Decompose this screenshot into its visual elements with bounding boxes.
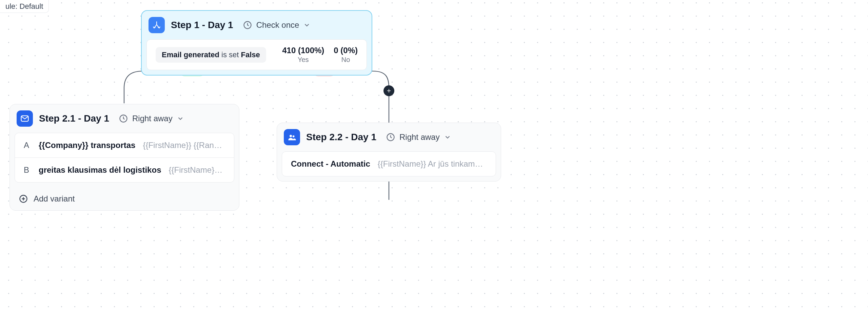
step22-preview: {{FirstName}} Ar jūs tinkamus žmogus apt… [378, 159, 487, 169]
stat-no: 0 (0%) No [334, 46, 358, 64]
stat-no-value: 0 (0%) [334, 46, 358, 55]
condition-op: is set [221, 50, 239, 59]
step1-title: Step 1 - Day 1 [171, 20, 233, 30]
condition-field: Email generated [162, 50, 219, 59]
people-icon [284, 129, 300, 145]
step21-header: Step 2.1 - Day 1 Right away [10, 104, 239, 133]
stat-yes: 410 (100%) Yes [282, 46, 324, 64]
svg-point-7 [293, 135, 295, 138]
step22-header: Step 2.2 - Day 1 Right away [277, 123, 501, 151]
step22-node[interactable]: Step 2.2 - Day 1 Right away Connect - Au… [277, 123, 501, 182]
variant-subject: greitas klausimas dėl logistikos [39, 165, 161, 175]
stat-yes-label: Yes [282, 56, 324, 64]
step1-condition-row[interactable]: Email generated is set False 410 (100%) … [147, 40, 367, 70]
condition-pill: Email generated is set False [156, 47, 266, 63]
plus-icon [386, 88, 392, 94]
variant-key: B [24, 165, 31, 175]
rule-chip[interactable]: ule: Default [0, 0, 49, 13]
stat-yes-value: 410 (100%) [282, 46, 324, 55]
step1-body: Email generated is set False 410 (100%) … [146, 39, 367, 70]
step21-node[interactable]: Step 2.1 - Day 1 Right away A {{Company}… [9, 104, 239, 211]
step1-timing[interactable]: Check once [243, 20, 311, 30]
step22-title: Step 2.2 - Day 1 [306, 132, 376, 143]
step22-timing[interactable]: Right away [386, 132, 451, 142]
variant-key: A [24, 141, 31, 150]
clock-icon [119, 114, 128, 123]
step1-header: Step 1 - Day 1 Check once [142, 11, 372, 39]
add-variant-label: Add variant [34, 194, 75, 204]
variant-preview: {{FirstName}} {{Random | 'rašau' | 'krei… [143, 141, 225, 150]
chevron-down-icon [303, 21, 311, 29]
condition-stats: 410 (100%) Yes 0 (0%) No [282, 46, 358, 64]
plus-circle-icon [19, 194, 28, 204]
chevron-down-icon [444, 133, 451, 141]
step21-title: Step 2.1 - Day 1 [39, 113, 109, 124]
condition-value: False [241, 50, 260, 59]
variant-row-b[interactable]: B greitas klausimas dėl logistikos {{Fir… [15, 158, 234, 182]
step1-node[interactable]: Step 1 - Day 1 Check once Email generate… [141, 10, 372, 76]
rule-chip-label: ule: Default [5, 2, 43, 11]
variant-preview: {{FirstName}} Norėjau sužinoti ar {{C... [169, 165, 225, 175]
step21-timing[interactable]: Right away [119, 114, 184, 123]
stat-no-label: No [334, 56, 358, 64]
clock-icon [243, 20, 252, 30]
clock-icon [386, 132, 395, 142]
step22-subject: Connect - Automatic [291, 159, 370, 169]
step22-timing-text: Right away [399, 132, 440, 142]
step1-timing-text: Check once [256, 20, 299, 30]
add-step-button[interactable] [383, 85, 394, 96]
step21-timing-text: Right away [132, 114, 173, 123]
step21-body: A {{Company}} transportas {{FirstName}} … [15, 133, 234, 183]
svg-point-6 [290, 135, 292, 137]
add-variant-button[interactable]: Add variant [10, 187, 239, 210]
condition-icon [149, 17, 165, 33]
step22-body: Connect - Automatic {{FirstName}} Ar jūs… [282, 151, 496, 176]
step22-item-row[interactable]: Connect - Automatic {{FirstName}} Ar jūs… [282, 152, 496, 176]
email-icon [17, 110, 33, 127]
chevron-down-icon [177, 115, 184, 122]
variant-subject: {{Company}} transportas [39, 141, 135, 150]
variant-row-a[interactable]: A {{Company}} transportas {{FirstName}} … [15, 133, 234, 158]
